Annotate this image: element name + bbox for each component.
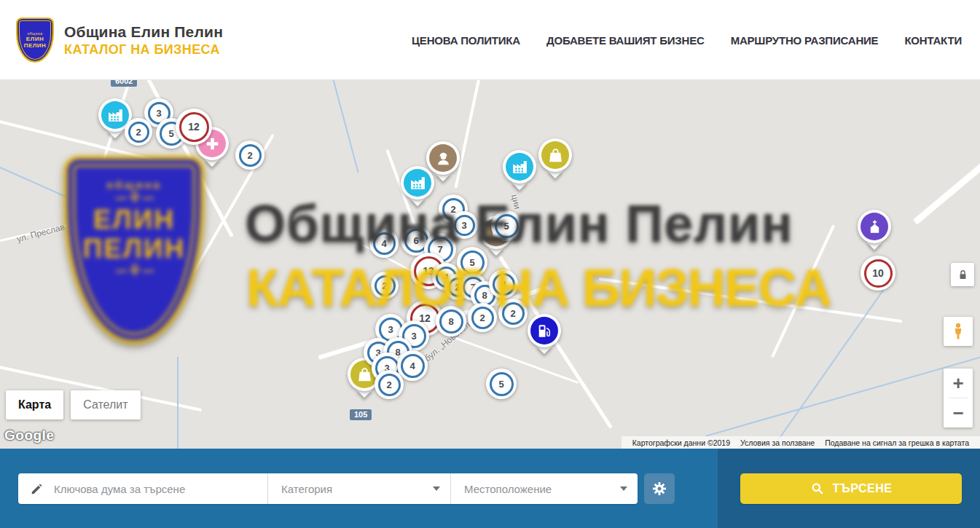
location-select[interactable]: Местоположение	[450, 473, 638, 504]
cluster-ring: 2	[128, 122, 149, 143]
search-field-group: Категория Местоположение	[18, 473, 638, 504]
site-subtitle: КАТАЛОГ НА БИЗНЕСА	[64, 42, 223, 58]
map-pin-factory[interactable]	[503, 150, 536, 184]
cluster-ring: 2	[502, 302, 525, 325]
nav-item-add-business[interactable]: ДОБАВЕТЕ ВАШИЯТ БИЗНЕС	[546, 34, 705, 47]
category-select-label: Категория	[281, 483, 433, 495]
map-cluster-marker[interactable]: 2	[371, 272, 399, 299]
cluster-count: 2	[386, 379, 391, 390]
cluster-ring: 5	[460, 251, 485, 275]
map-cluster-marker[interactable]: 4	[397, 350, 428, 381]
cluster-count: 10	[872, 267, 884, 279]
cluster-count: 2	[136, 127, 141, 138]
chevron-down-icon	[433, 486, 440, 491]
map-cluster-marker[interactable]: 5	[486, 369, 517, 399]
nav-item-contacts[interactable]: КОНТАКТИ	[904, 34, 962, 47]
main-nav: ЦЕНОВА ПОЛИТИКА ДОБАВЕТЕ ВАШИЯТ БИЗНЕС М…	[412, 0, 962, 80]
cluster-count: 2	[510, 308, 515, 319]
municipality-crest-icon: община ЕЛИН ПЕЛИН	[16, 17, 54, 63]
factory-icon	[101, 101, 129, 129]
zoom-out-button[interactable]: −	[944, 398, 973, 427]
advanced-options-button[interactable]	[644, 473, 675, 504]
category-select[interactable]: Категория	[267, 473, 450, 504]
factory-icon	[404, 169, 431, 197]
cluster-count: 4	[381, 238, 386, 249]
map-cluster-marker[interactable]: 2	[498, 299, 528, 328]
map-pin-fuel[interactable]	[528, 314, 561, 347]
site-title: Община Елин Пелин	[64, 23, 223, 41]
cluster-count: 8	[482, 290, 487, 301]
cluster-ring: 2	[378, 374, 401, 396]
map-pin-church[interactable]	[858, 210, 891, 243]
lock-icon	[956, 268, 970, 282]
cluster-count: 2	[247, 150, 252, 161]
cluster-ring: 4	[373, 232, 396, 255]
cluster-count: 5	[503, 221, 509, 232]
location-select-label: Местоположение	[464, 483, 620, 495]
cluster-ring: 4	[493, 273, 515, 296]
cluster-count: 2	[479, 312, 485, 323]
cluster-count: 6	[413, 235, 418, 246]
map-type-toggle: Карта Сателит	[6, 390, 141, 419]
cluster-count: 3	[156, 108, 161, 119]
cluster-ring: 10	[864, 259, 893, 288]
keyword-field-wrap	[18, 473, 267, 504]
header: община ЕЛИН ПЕЛИН Община Елин Пелин КАТА…	[0, 0, 980, 80]
map-cluster-marker[interactable]: 8	[436, 306, 466, 336]
map-cluster-marker[interactable]: 2	[468, 303, 497, 332]
zoom-in-button[interactable]: +	[944, 369, 973, 398]
cluster-ring: 3	[454, 215, 475, 236]
map-cluster-marker[interactable]: 2	[375, 370, 404, 399]
map-cluster-marker[interactable]: 2	[125, 118, 152, 146]
keyword-search-input[interactable]	[52, 482, 257, 496]
map-pin-shopping-bag[interactable]	[538, 138, 572, 172]
map-type-map-button[interactable]: Карта	[6, 390, 63, 419]
site-logo[interactable]: община ЕЛИН ПЕЛИН Община Елин Пелин КАТА…	[16, 17, 223, 63]
cluster-count: 3	[388, 324, 393, 335]
search-button-label: ТЪРСЕНЕ	[833, 482, 893, 495]
map-cluster-marker[interactable]: 2	[235, 141, 264, 170]
zoom-control: + −	[944, 369, 973, 427]
cluster-count: 3	[461, 220, 466, 231]
map-cluster-marker[interactable]: 12	[176, 109, 212, 145]
map-cluster-marker[interactable]: 5	[491, 210, 522, 241]
cluster-count: 4	[501, 279, 506, 290]
cluster-ring: 2	[239, 144, 262, 167]
attribution-terms-link[interactable]: Условия за ползване	[735, 438, 820, 447]
cluster-count: 4	[409, 360, 415, 371]
map-cluster-marker[interactable]: 4	[369, 229, 399, 258]
cluster-count: 2	[450, 204, 455, 215]
cluster-count: 7	[437, 244, 442, 255]
search-bar: Категория Местоположение ТЪРСЕНЕ	[0, 449, 980, 528]
map-attribution: Картографски данни ©2019 Условия за полз…	[622, 436, 980, 449]
cluster-count: 8	[448, 316, 453, 327]
chevron-down-icon	[620, 486, 627, 491]
attribution-report-link[interactable]: Подаване на сигнал за грешка в картата	[820, 438, 974, 447]
street-view-pegman-button[interactable]	[944, 317, 973, 346]
church-icon	[861, 213, 888, 240]
page: община ЕЛИН ПЕЛИН Община Елин Пелин КАТА…	[0, 0, 980, 528]
map-cluster-marker[interactable]: 10	[861, 256, 895, 291]
map-canvas[interactable]: 6002105ул. Преславбул. „Новоселции 32512…	[0, 80, 980, 449]
search-icon	[810, 481, 825, 496]
pegman-icon	[949, 322, 968, 341]
pencil-icon	[30, 482, 44, 496]
nav-item-timetable[interactable]: МАРШРУТНО РАЗПИСАНИЕ	[731, 34, 879, 47]
map-pin-factory[interactable]	[401, 166, 434, 200]
cluster-count: 12	[188, 121, 200, 133]
search-button[interactable]: ТЪРСЕНЕ	[740, 473, 962, 504]
cluster-count: 2	[382, 280, 387, 291]
site-title-block: Община Елин Пелин КАТАЛОГ НА БИЗНЕСА	[64, 23, 223, 58]
lock-button[interactable]	[951, 263, 974, 286]
factory-icon	[506, 153, 533, 181]
fuel-icon	[530, 317, 558, 344]
google-logo[interactable]: Google	[4, 427, 54, 444]
cluster-ring: 2	[471, 307, 494, 329]
map-type-satellite-button[interactable]: Сателит	[71, 390, 140, 419]
map-cluster-marker[interactable]: 4	[489, 269, 518, 299]
cluster-ring: 5	[495, 214, 519, 238]
map-cluster-marker[interactable]: 3	[450, 211, 478, 239]
nav-item-pricing[interactable]: ЦЕНОВА ПОЛИТИКА	[412, 34, 520, 47]
cluster-ring: 2	[375, 275, 396, 296]
cluster-count: 5	[168, 128, 173, 139]
